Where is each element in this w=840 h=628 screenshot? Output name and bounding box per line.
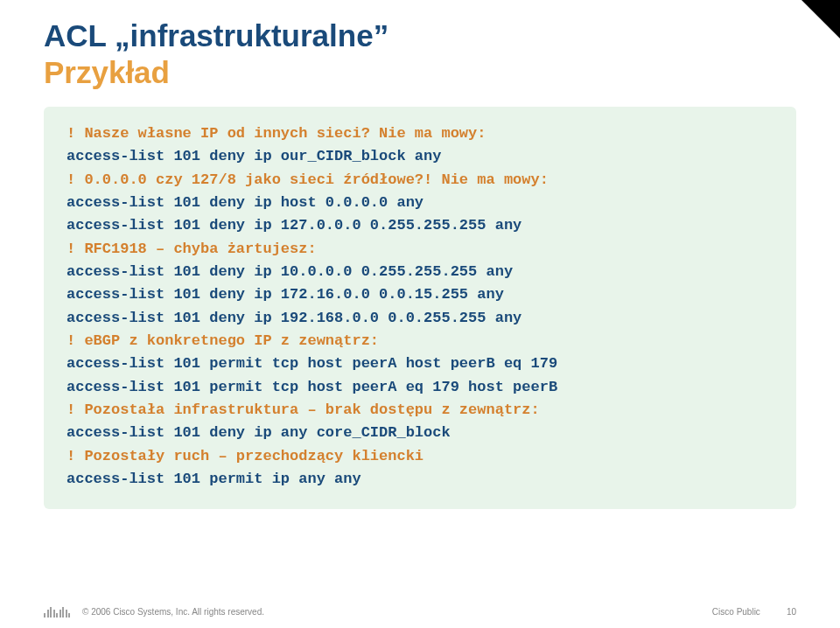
slide-title: ACL „infrastrukturalne”: [44, 17, 796, 54]
footer: © 2006 Cisco Systems, Inc. All rights re…: [0, 605, 840, 618]
code-line: access-list 101 deny ip any core_CIDR_bl…: [66, 422, 774, 444]
cisco-logo-icon: [44, 605, 70, 618]
code-line: access-list 101 permit tcp host peerA ho…: [66, 352, 774, 375]
code-comment: ! Nasze własne IP od innych sieci? Nie m…: [66, 122, 774, 145]
title-block: ACL „infrastrukturalne” Przykład: [44, 17, 796, 91]
code-line: access-list 101 permit ip any any: [66, 468, 774, 491]
code-line: access-list 101 deny ip our_CIDR_block a…: [66, 145, 774, 168]
code-comment: ! RFC1918 – chyba żartujesz:: [66, 238, 774, 261]
code-comment: ! Pozostały ruch – przechodzący kliencki: [66, 445, 774, 468]
footer-label: Cisco Public: [712, 607, 760, 617]
code-line: access-list 101 deny ip host 0.0.0.0 any: [66, 192, 774, 214]
footer-left: © 2006 Cisco Systems, Inc. All rights re…: [44, 605, 264, 618]
code-comment: ! eBGP z konkretnego IP z zewnątrz:: [66, 330, 774, 352]
code-line: access-list 101 deny ip 172.16.0.0 0.0.1…: [66, 283, 774, 306]
code-line: access-list 101 deny ip 10.0.0.0 0.255.2…: [66, 261, 774, 283]
footer-right: Cisco Public 10: [712, 607, 796, 617]
code-line: access-list 101 permit tcp host peerA eq…: [66, 376, 774, 399]
slide-container: ACL „infrastrukturalne” Przykład ! Nasze…: [0, 0, 840, 628]
footer-page-number: 10: [787, 607, 796, 617]
code-comment: ! Pozostała infrastruktura – brak dostęp…: [66, 399, 774, 422]
code-line: access-list 101 deny ip 127.0.0.0 0.255.…: [66, 214, 774, 237]
footer-copyright: © 2006 Cisco Systems, Inc. All rights re…: [82, 607, 264, 617]
corner-fold-icon: [802, 0, 840, 38]
slide-subtitle: Przykład: [44, 54, 796, 91]
code-line: access-list 101 deny ip 192.168.0.0 0.0.…: [66, 307, 774, 330]
code-comment: ! 0.0.0.0 czy 127/8 jako sieci źródłowe?…: [66, 169, 774, 192]
code-panel: ! Nasze własne IP od innych sieci? Nie m…: [44, 107, 796, 509]
